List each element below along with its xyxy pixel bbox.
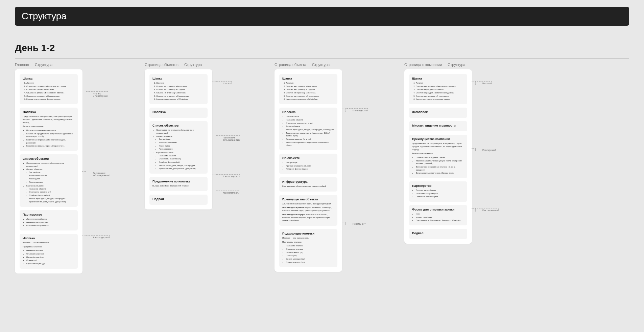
list-item: Название застройщика xyxy=(26,221,75,224)
list-item: Слайдер фотографий xyxy=(159,161,205,164)
structure-block: ШапкаЛоготипСсылка на страницу «Квартиры… xyxy=(149,74,208,104)
list-item: Ссылка на страницу «О компании» xyxy=(156,95,205,98)
block-title: Обложка xyxy=(23,110,75,114)
columns-container: Главная — СтруктураШапкаЛоготипСсылка на… xyxy=(15,63,629,273)
list-item: Описание застройщика xyxy=(416,195,464,198)
block-title: Партнерство xyxy=(412,184,464,187)
column: Главная — СтруктураШапкаЛоготипСсылка на… xyxy=(15,63,145,273)
list-item: Ссылка на раздел «Безопасная сделка» xyxy=(26,91,75,94)
list-item: Безопасная сделка через «Эскроу-счет» xyxy=(416,172,464,175)
block-paragraph: Альтернативный вариант карты с инфрастру… xyxy=(282,202,334,205)
block-title: Предложение по ипотеке xyxy=(152,180,205,183)
column: Страница о компании — СтруктураШапкаЛого… xyxy=(404,63,534,244)
block-title: Подвал xyxy=(152,197,205,201)
block-title: Партнерство xyxy=(23,213,75,216)
list-item: Сумма кредита (до) xyxy=(286,261,334,264)
block-title: Преимущества компании xyxy=(412,137,464,141)
block-paragraph: Ипотека — это возможность xyxy=(23,241,75,244)
list-item: Краткое описание объекта xyxy=(286,164,334,168)
structure-block: Подвал xyxy=(149,195,208,205)
column-title: Страница объекта — Структура xyxy=(275,63,342,67)
structure-block: ОбложкаФото объектаНазвание объектаСтоим… xyxy=(279,108,337,150)
list-item: Галерея: фото и видео xyxy=(286,168,334,171)
structure-block: Список объектовСортировка по стоимости (… xyxy=(149,121,208,174)
annotation-label: Что и где это? xyxy=(345,108,368,112)
list-item: Описание ипотеки xyxy=(286,248,334,251)
list-item: Ставка (от) xyxy=(26,259,75,262)
structure-block: Преимущества компанииПредставитель от за… xyxy=(409,135,467,178)
list-item: Ссылка на страницу «О компании» xyxy=(286,95,334,98)
list-item: Сортировка по стоимости (от дорогого к н… xyxy=(26,162,75,168)
list-item: Номер телефона xyxy=(416,216,464,219)
block-title: Обложка xyxy=(152,110,205,114)
list-item: Безопасная сделка через «Эскроу-счет» xyxy=(26,145,75,148)
list-item: Адрес объекта xyxy=(286,125,334,128)
list-item: Размеры квартир (от и до) xyxy=(286,138,334,141)
block-paragraph: Акции и предложения: xyxy=(23,125,75,128)
block-paragraph: Что находится внутри: вместительные лифт… xyxy=(282,213,334,222)
list-item: Полное сопровождение сделки xyxy=(416,156,464,159)
list-item: Название объекта xyxy=(29,187,75,191)
list-item: Кнопка для открытия формы заявки xyxy=(416,98,464,101)
block-paragraph: Акции и предложения: xyxy=(412,152,464,155)
column-title: Страница объектов — Структура xyxy=(145,63,212,67)
structure-block: Форма для отправки заявкиИмяНомер телефо… xyxy=(409,205,467,225)
annotation-label: Что это и почему мы? xyxy=(86,91,108,97)
list-item: Застройщик xyxy=(159,138,205,141)
structure-block: ОбложкаПредставитель от застройщика, а н… xyxy=(20,108,78,151)
list-item: Кнопка для перехода в WhatsApp xyxy=(156,98,205,101)
list-item: Фильтр объектов:ЗастройщикКоличество ком… xyxy=(26,168,75,183)
list-item: Транспортная доступность (до центра / ВУ… xyxy=(286,132,334,137)
block-paragraph: Выгода семейной ипотеки и IT-ипотеки xyxy=(152,184,205,187)
list-item: Карточка объекта:Название объектаСтоимос… xyxy=(26,184,75,203)
list-item: Сортировка по стоимости (от дорогого к н… xyxy=(156,129,205,134)
card-stack: ШапкаЛоготипСсылка на страницу «Квартиры… xyxy=(15,69,82,273)
list-item: Имя xyxy=(416,213,464,216)
list-item: Ссылка на страницу «Квартиры и студии» xyxy=(416,85,464,88)
list-item: Ссылка на страницу «Квартиры» xyxy=(156,85,205,88)
annotation-column: Что это?Где и какие есть варианты?А если… xyxy=(212,63,275,69)
list-item: Бесплатное страхование ипотеки на день р… xyxy=(416,165,464,171)
annotation-label: А если дорого? xyxy=(86,235,110,239)
annotation-label: Как связаться? xyxy=(216,191,239,194)
list-item: Срок в месяцах (до) xyxy=(286,258,334,261)
list-item: Название ипотеки xyxy=(286,244,334,247)
block-title: Подвал xyxy=(412,231,464,235)
card-stack: ШапкаЛоготипСсылка на страницу «Квартиры… xyxy=(404,69,472,244)
structure-block: Преимущества объектаАльтернативный вариа… xyxy=(279,195,337,226)
structure-block: ШапкаЛоготипСсылка на страницу «Квартиры… xyxy=(409,74,467,104)
list-item: Расположение xyxy=(159,148,205,151)
list-item: Ссылка на страницу «О компании» xyxy=(416,95,464,98)
page-title: Структура xyxy=(22,11,67,21)
structure-block: Список объектовСортировка по стоимости (… xyxy=(20,154,78,207)
block-paragraph: Что находится рядом: парки, магазины, бо… xyxy=(282,206,334,212)
column-title: Главная — Структура xyxy=(15,63,82,67)
list-item: Количество комнат xyxy=(29,174,75,177)
block-title: Форма для отправки заявки xyxy=(412,208,464,211)
list-item: Стоимость квартир (от) xyxy=(159,157,205,160)
structure-block: ПартнерствоЛоготип застройщикаНазвание з… xyxy=(20,210,78,230)
card-stack: ШапкаЛоготипСсылка на страницу «Квартиры… xyxy=(275,69,342,272)
list-item: Ссылка на страницу «Ипотека» xyxy=(286,91,334,94)
block-title: Шапка xyxy=(23,77,75,80)
block-title: Шапка xyxy=(152,77,205,80)
list-item: Кнопка для перехода в WhatsApp xyxy=(286,98,334,101)
block-title: Заголовок xyxy=(412,110,464,114)
list-item: Класс дома xyxy=(29,177,75,180)
list-item: Стоимость квартир (от и до) xyxy=(286,122,334,125)
list-item: Первый взнос (от) xyxy=(286,251,334,254)
column-title: Страница о компании — Структура xyxy=(404,63,472,67)
block-title: Список объектов xyxy=(23,157,75,160)
annotation-label: А если дорого? xyxy=(216,174,240,178)
list-item: Кэшбэк на юридические услуги после одобр… xyxy=(416,159,464,165)
list-item: Первый взнос (от) xyxy=(26,256,75,259)
block-paragraph: Программы ипотеки: xyxy=(282,241,334,244)
list-item: Класс дома xyxy=(159,145,205,148)
list-item: Метки: срок сдачи, скидки, хит-продаж, к… xyxy=(286,128,334,131)
list-item: Ссылка на раздел «Ипотека» xyxy=(26,88,75,91)
structure-block: Об объектеЗастройщикКраткое описание объ… xyxy=(279,154,337,174)
list-item: Логотип xyxy=(156,82,205,85)
structure-block: Подходящие ипотекиИпотека — это возможно… xyxy=(279,229,337,267)
annotation-label: Что это? xyxy=(216,81,232,85)
list-item: Фильтр объектов:ЗастройщикКоличество ком… xyxy=(156,135,205,151)
